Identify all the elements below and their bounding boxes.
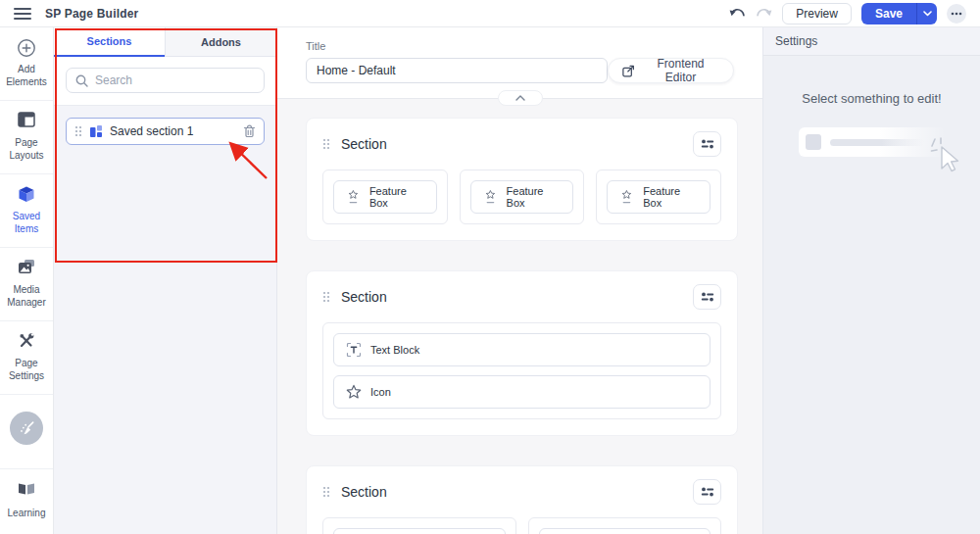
layout-icon xyxy=(3,112,50,131)
section-blocks-icon xyxy=(89,124,103,138)
addon-label: Icon xyxy=(370,386,391,398)
section-title: Section xyxy=(341,136,387,152)
menu-icon[interactable] xyxy=(14,8,31,20)
sidebar-item-label: Add Elements xyxy=(6,64,47,87)
cube-icon xyxy=(3,185,50,205)
addon-text-block[interactable]: Text Block xyxy=(333,528,506,534)
sliders-icon xyxy=(701,291,714,303)
section-options-button[interactable] xyxy=(693,131,721,157)
sidebar-item-label: Page Layouts xyxy=(9,137,43,161)
cursor-icon xyxy=(930,137,963,178)
ellipsis-icon xyxy=(951,12,962,16)
topbar-actions: Preview Save xyxy=(729,3,966,24)
sliders-icon xyxy=(701,486,714,498)
chevron-down-icon xyxy=(923,11,932,17)
more-options-button[interactable] xyxy=(947,4,966,24)
book-icon xyxy=(3,482,50,502)
empty-state-illustration xyxy=(799,127,946,157)
section-title: Section xyxy=(341,289,387,305)
page-title-input[interactable] xyxy=(306,58,608,83)
section-options-button[interactable] xyxy=(693,284,721,310)
section-card[interactable]: Section Feature Box xyxy=(306,118,738,241)
app-title: SP Page Builder xyxy=(45,7,138,21)
sidebar-spacer xyxy=(0,445,53,468)
clear-page-button[interactable] xyxy=(10,412,43,445)
tab-addons[interactable]: Addons xyxy=(165,27,276,57)
tab-sections[interactable]: Sections xyxy=(54,27,165,57)
saved-sections-list: Saved section 1 xyxy=(54,106,276,534)
addon-feature-box[interactable]: Feature Box xyxy=(539,528,711,534)
drag-handle-icon[interactable] xyxy=(322,138,330,150)
save-split-button: Save xyxy=(861,3,937,24)
skeleton-bar xyxy=(799,127,946,157)
sliders-icon xyxy=(701,138,714,150)
addon-label: Text Block xyxy=(370,344,419,356)
skeleton-line xyxy=(830,139,924,146)
panel-tabs: Sections Addons xyxy=(54,27,276,57)
saved-items-panel: Sections Addons Saved section 1 xyxy=(54,27,277,534)
column[interactable]: Feature Box xyxy=(322,170,448,224)
sidebar-item-page-settings[interactable]: Page Settings xyxy=(0,321,53,395)
feature-box-icon xyxy=(619,189,634,205)
redo-icon[interactable] xyxy=(756,7,772,20)
saved-section-label: Saved section 1 xyxy=(110,124,193,138)
addon-feature-box[interactable]: Feature Box xyxy=(333,180,437,214)
media-icon xyxy=(3,259,50,278)
undo-icon[interactable] xyxy=(729,7,746,20)
drag-handle-icon[interactable] xyxy=(322,291,330,303)
frontend-editor-button[interactable]: Frontend Editor xyxy=(608,58,734,83)
page-canvas: Section Feature Box xyxy=(277,99,762,534)
addon-feature-box[interactable]: Feature Box xyxy=(607,180,710,214)
drag-handle-icon[interactable] xyxy=(74,125,82,137)
section-title: Section xyxy=(341,484,387,500)
sidebar-item-label: Media Manager xyxy=(7,284,45,308)
sidebar-item-page-layouts[interactable]: Page Layouts xyxy=(0,101,53,174)
canvas-header: Title Frontend Editor xyxy=(277,27,762,99)
column[interactable]: Feature Box xyxy=(528,517,722,534)
saved-section-item[interactable]: Saved section 1 xyxy=(66,118,265,145)
sidebar-item-add-elements[interactable]: Add Elements xyxy=(0,27,53,101)
frontend-editor-label: Frontend Editor xyxy=(642,57,719,84)
text-block-icon xyxy=(346,342,362,358)
skeleton-square xyxy=(806,134,821,150)
save-button[interactable]: Save xyxy=(861,3,916,24)
clear-tool-wrap xyxy=(0,395,53,445)
settings-empty-state: Select something to edit! xyxy=(763,56,980,534)
tools-icon xyxy=(3,332,50,352)
settings-header: Settings xyxy=(763,27,980,56)
sidebar-item-saved-items[interactable]: Saved Items xyxy=(0,174,53,248)
chevron-up-icon xyxy=(515,95,525,101)
save-dropdown-button[interactable] xyxy=(916,3,937,24)
column[interactable]: Feature Box xyxy=(460,170,585,224)
sidebar-item-media-manager[interactable]: Media Manager xyxy=(0,248,53,321)
addon-label: Feature Box xyxy=(369,185,424,209)
search-icon xyxy=(75,74,88,87)
sidebar-item-label: Page Settings xyxy=(9,358,44,381)
drag-handle-icon[interactable] xyxy=(322,486,330,498)
addon-icon[interactable]: Icon xyxy=(333,375,710,409)
sidebar-item-label: Saved Items xyxy=(13,211,40,234)
sidebar: Add Elements Page Layouts Saved Items Me… xyxy=(0,27,54,534)
section-options-button[interactable] xyxy=(693,479,721,505)
addon-label: Feature Box xyxy=(507,185,562,209)
star-icon xyxy=(346,384,362,400)
app-body: Add Elements Page Layouts Saved Items Me… xyxy=(0,27,980,534)
column[interactable]: Text Block xyxy=(322,517,516,534)
addon-feature-box[interactable]: Feature Box xyxy=(470,180,574,214)
column[interactable]: Feature Box xyxy=(596,170,721,224)
settings-panel: Settings Select something to edit! xyxy=(762,27,980,534)
column[interactable]: Text Block Icon xyxy=(322,322,721,419)
external-link-icon xyxy=(622,65,634,77)
editor-canvas: Title Frontend Editor Section xyxy=(277,27,762,534)
section-card[interactable]: Section Text Block xyxy=(306,465,738,534)
search-input[interactable] xyxy=(95,73,255,87)
addon-text-block[interactable]: Text Block xyxy=(333,333,710,366)
delete-icon[interactable] xyxy=(243,124,256,138)
sidebar-item-learning[interactable]: Learning xyxy=(0,468,53,534)
section-card[interactable]: Section Text Block Icon xyxy=(306,270,738,436)
top-bar: SP Page Builder Preview Save xyxy=(0,0,980,27)
preview-button[interactable]: Preview xyxy=(782,3,852,24)
collapse-toolbar-button[interactable] xyxy=(498,90,543,106)
search-box[interactable] xyxy=(66,68,265,93)
addon-label: Feature Box xyxy=(643,185,698,209)
